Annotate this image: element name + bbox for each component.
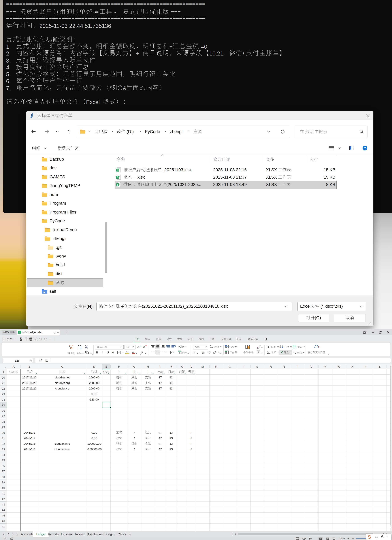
svg-text:S: S — [117, 176, 118, 179]
svg-text:S: S — [117, 184, 118, 186]
svg-text:?: ? — [364, 146, 366, 150]
svg-text:P: P — [6, 538, 7, 539]
svg-text:S: S — [117, 169, 118, 171]
svg-text:Z: Z — [280, 347, 281, 349]
